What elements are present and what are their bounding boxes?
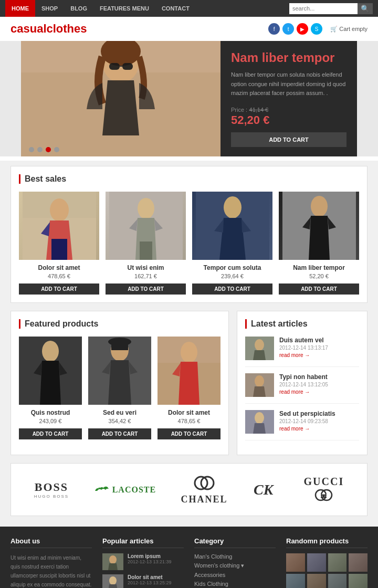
random-thumb-1[interactable] bbox=[286, 553, 305, 572]
footer-article-date-1: 2012-12-13 13:21:39 bbox=[128, 559, 172, 564]
best-sales-title: Best sales bbox=[19, 174, 359, 184]
random-thumb-6[interactable] bbox=[307, 574, 326, 588]
footer-link-womens[interactable]: Women's clothing ▾ bbox=[194, 562, 276, 569]
cart-info[interactable]: 🛒 Cart empty bbox=[330, 26, 368, 33]
product-card-3: Tempor cum soluta 239,64 € ADD TO CART bbox=[192, 192, 272, 295]
product-card-4: Nam liber tempor 52,20 € ADD TO CART bbox=[279, 192, 359, 295]
random-thumb-4[interactable] bbox=[349, 553, 368, 572]
hero-price-area: Price : 41,14 € bbox=[231, 106, 346, 113]
skype-icon[interactable]: S bbox=[311, 23, 322, 35]
footer-link-accessories[interactable]: Accessories bbox=[194, 572, 276, 578]
nav-item-contact[interactable]: CONTACT bbox=[155, 0, 196, 17]
footer-popular: Popular articles Lorem ipsum 2012-12-13 … bbox=[102, 537, 184, 588]
add-to-cart-button-1[interactable]: ADD TO CART bbox=[19, 284, 99, 295]
add-to-cart-button-4[interactable]: ADD TO CART bbox=[279, 284, 359, 295]
featured-name-3: Dolor sit amet bbox=[158, 409, 220, 416]
footer-article-thumb-2 bbox=[102, 574, 123, 588]
featured-products-section: Featured products Quis nostrud 243,09 € bbox=[10, 311, 229, 455]
footer-link-kids[interactable]: Kids Clothing bbox=[194, 581, 276, 587]
nav-item-shop[interactable]: SHOP bbox=[35, 0, 64, 17]
article-item-2: Typi non habent 2012-12-14 13:12:05 read… bbox=[245, 373, 359, 404]
best-sales-products: Dolor sit amet 478,65 € ADD TO CART Ut w… bbox=[19, 192, 359, 295]
featured-cart-button-2[interactable]: ADD TO CART bbox=[88, 428, 151, 439]
svg-point-15 bbox=[224, 196, 242, 218]
logo-part2: clothes bbox=[47, 22, 87, 35]
random-thumb-2[interactable] bbox=[307, 553, 326, 572]
svg-text:CK: CK bbox=[254, 481, 275, 498]
footer-random-title: Randomn products bbox=[286, 537, 368, 548]
footer-category-title: Category bbox=[194, 537, 276, 548]
featured-cart-button-3[interactable]: ADD TO CART bbox=[158, 428, 220, 439]
article-item-1: Duis autem vel 2012-12-14 13:13:17 read … bbox=[245, 337, 359, 367]
hero-banner: Nam liber tempor Nam liber tempor cum so… bbox=[21, 41, 357, 156]
svg-point-17 bbox=[311, 196, 328, 217]
svg-rect-5 bbox=[122, 63, 133, 70]
search-box: 🔍 bbox=[289, 3, 373, 14]
footer-link-mens[interactable]: Man's Clothing bbox=[194, 553, 276, 560]
twitter-icon[interactable]: t bbox=[282, 23, 294, 35]
brands-section: BOSS HUGO BOSS LACOSTE CHANEL bbox=[10, 463, 368, 516]
search-input[interactable] bbox=[289, 3, 358, 14]
product-name-4: Nam liber tempor bbox=[279, 264, 359, 271]
random-thumb-8[interactable] bbox=[349, 574, 368, 588]
random-thumb-7[interactable] bbox=[328, 574, 347, 588]
featured-image-2 bbox=[88, 337, 151, 405]
footer-article-thumb-1 bbox=[102, 553, 123, 570]
footer-popular-title: Popular articles bbox=[102, 537, 184, 548]
featured-cart-button-1[interactable]: ADD TO CART bbox=[19, 428, 82, 439]
footer-article-info-1: Lorem ipsum 2012-12-13 13:21:39 bbox=[128, 553, 172, 570]
add-to-cart-button-3[interactable]: ADD TO CART bbox=[192, 284, 272, 295]
nav-item-features[interactable]: FEATURES MENU bbox=[93, 0, 155, 17]
article-title-1: Duis autem vel bbox=[279, 337, 328, 344]
boss-sub-text: HUGO BOSS bbox=[34, 494, 69, 499]
hero-add-to-cart-button[interactable]: ADD TO CART bbox=[231, 132, 346, 147]
brand-gucci: GUCCI bbox=[304, 476, 344, 504]
chanel-logo-text: CHANEL bbox=[181, 494, 228, 505]
ck-logo-icon: CK bbox=[253, 480, 279, 498]
featured-price-1: 243,09 € bbox=[19, 418, 82, 424]
article-thumb-3 bbox=[245, 410, 274, 434]
read-more-2[interactable]: read more → bbox=[279, 389, 328, 395]
product-price-2: 162,71 € bbox=[106, 273, 186, 279]
featured-image-1 bbox=[19, 337, 82, 405]
random-thumb-3[interactable] bbox=[328, 553, 347, 572]
brand-lacoste: LACOSTE bbox=[94, 485, 156, 495]
price-label: Price : bbox=[231, 107, 247, 113]
facebook-icon[interactable]: f bbox=[268, 23, 280, 35]
featured-name-1: Quis nostrud bbox=[19, 409, 82, 416]
featured-price-3: 478,65 € bbox=[158, 418, 220, 424]
footer-article-title-2: Dolor sit amet bbox=[128, 574, 172, 580]
featured-card-1: Quis nostrud 243,09 € ADD TO CART bbox=[19, 337, 82, 439]
social-icons: f t ▶ S bbox=[268, 23, 322, 35]
article-title-2: Typi non habent bbox=[279, 373, 328, 381]
featured-card-3: Dolor sit amet 478,65 € ADD TO CART bbox=[158, 337, 220, 439]
youtube-icon[interactable]: ▶ bbox=[297, 23, 308, 35]
nav-item-blog[interactable]: BLOG bbox=[64, 0, 93, 17]
svg-rect-13 bbox=[140, 242, 152, 260]
read-more-1[interactable]: read more → bbox=[279, 352, 328, 358]
featured-title: Featured products bbox=[19, 319, 220, 329]
site-header: casualclothes f t ▶ S 🛒 Cart empty bbox=[0, 17, 378, 41]
carousel-dot-1[interactable] bbox=[29, 147, 34, 152]
add-to-cart-button-2[interactable]: ADD TO CART bbox=[106, 284, 186, 295]
lacoste-logo-text: LACOSTE bbox=[112, 485, 156, 495]
product-image-4 bbox=[279, 192, 359, 260]
nav-menu: HOME SHOP BLOG FEATURES MENU CONTACT bbox=[5, 0, 196, 17]
article-item-3: Sed ut perspiciatis 2012-12-14 09:23:58 … bbox=[245, 410, 359, 440]
nav-item-home[interactable]: HOME bbox=[5, 0, 35, 17]
product-price-4: 52,20 € bbox=[279, 273, 359, 279]
footer-about-text1: Ut wisi enim ad minim veniam, quis nostr… bbox=[10, 553, 92, 588]
carousel-dot-2[interactable] bbox=[37, 147, 43, 152]
article-date-1: 2012-12-14 13:13:17 bbox=[279, 345, 328, 351]
random-thumb-5[interactable] bbox=[286, 574, 305, 588]
logo-part1: casual bbox=[10, 22, 47, 35]
read-more-3[interactable]: read more → bbox=[279, 426, 335, 432]
hero-carousel-dots bbox=[29, 147, 59, 152]
brand-ck: CK bbox=[253, 480, 279, 500]
carousel-dot-3[interactable] bbox=[46, 147, 51, 152]
article-info-3: Sed ut perspiciatis 2012-12-14 09:23:58 … bbox=[279, 410, 335, 434]
product-name-2: Ut wisi enim bbox=[106, 264, 186, 271]
carousel-dot-4[interactable] bbox=[54, 147, 59, 152]
brand-chanel: CHANEL bbox=[181, 474, 228, 505]
search-button[interactable]: 🔍 bbox=[358, 3, 373, 14]
